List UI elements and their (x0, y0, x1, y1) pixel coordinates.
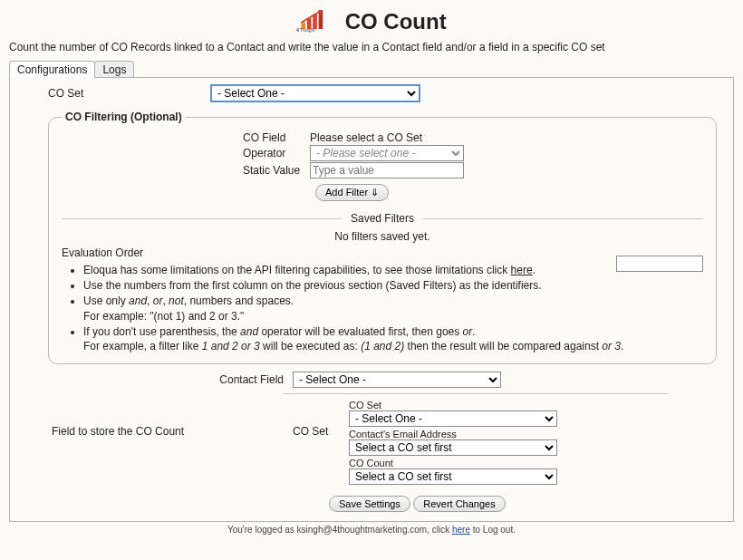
contact-field-label: Contact Field (21, 373, 293, 386)
tab-configurations[interactable]: Configurations (9, 61, 95, 78)
add-filter-button[interactable]: Add Filter ⇓ (315, 184, 389, 201)
revert-changes-button[interactable]: Revert Changes (413, 496, 506, 512)
co-field-hint: Please select a CO Set (310, 131, 422, 144)
no-filters-text: No filters saved yet. (62, 230, 703, 243)
logo-icon: 4 Thought (296, 7, 334, 35)
app-header: 4 Thought CO Count (0, 0, 743, 37)
coset-column-label: CO Set (293, 400, 349, 438)
store-label: Field to store the CO Count (21, 400, 293, 438)
count-select[interactable]: Select a CO set first (349, 468, 557, 485)
co-field-label: CO Field (243, 131, 310, 144)
evaluation-notes: Eloqua has some limitations on the API f… (83, 263, 703, 353)
count-label: CO Count (349, 458, 722, 468)
static-value-label: Static Value (243, 164, 310, 177)
evaluation-order-label: Evaluation Order (62, 246, 703, 259)
svg-rect-2 (314, 14, 318, 29)
evaluation-order-input[interactable] (616, 256, 703, 272)
static-value-input[interactable] (310, 162, 464, 179)
note-3: Use only and, or, not, numbers and space… (83, 294, 703, 323)
tabs: Configurations Logs (9, 61, 743, 78)
footer: You're logged as ksingh@4thoughtmarketin… (0, 525, 743, 535)
note-1: Eloqua has some limitations on the API f… (83, 263, 703, 277)
contact-field-select[interactable]: - Select One - (293, 372, 501, 388)
email-select[interactable]: Select a CO set first (349, 439, 557, 456)
note-4: If you don't use parenthesis, the and op… (83, 324, 703, 353)
limitations-link[interactable]: here (511, 264, 533, 276)
coset-label: CO Set (21, 87, 211, 100)
config-panel: CO Set - Select One - CO Filtering (Opti… (9, 77, 734, 522)
divider (284, 393, 668, 394)
filtering-fieldset: CO Filtering (Optional) CO Field Please … (48, 111, 717, 364)
saved-filters-divider: Saved Filters (62, 212, 703, 225)
note-2: Use the numbers from the first column on… (83, 278, 703, 293)
operator-select[interactable]: - Please select one - (310, 145, 464, 161)
page-title: CO Count (345, 9, 447, 34)
email-label: Contact's Email Address (349, 429, 722, 439)
coset-sub-label: CO Set (349, 400, 722, 410)
svg-text:Thought: Thought (300, 28, 315, 33)
tab-logs[interactable]: Logs (94, 61, 134, 78)
page-subtitle: Count the number of CO Records linked to… (0, 37, 743, 61)
filtering-legend: CO Filtering (Optional) (62, 111, 186, 123)
save-settings-button[interactable]: Save Settings (329, 496, 410, 512)
logout-link[interactable]: here (452, 525, 470, 535)
coset-select[interactable]: - Select One - (211, 85, 420, 101)
coset-sub-select[interactable]: - Select One - (349, 410, 557, 427)
operator-label: Operator (243, 147, 310, 159)
saved-filters-label: Saved Filters (342, 212, 423, 225)
